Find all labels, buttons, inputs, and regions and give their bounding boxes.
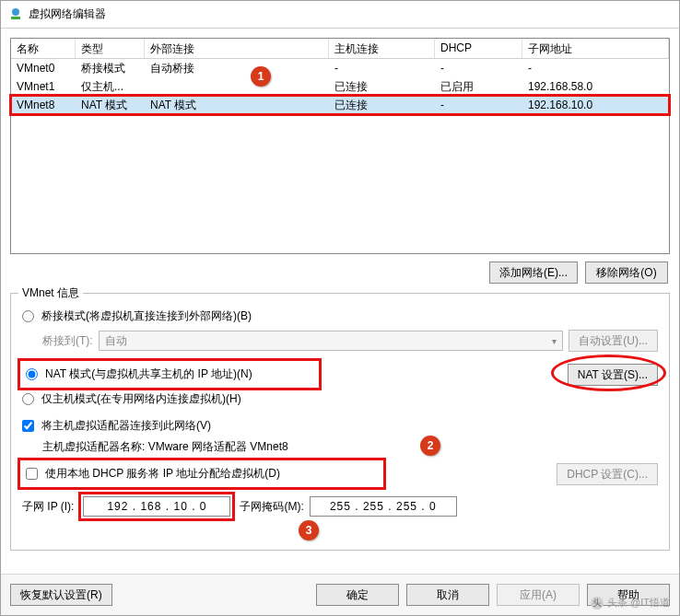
window-title: 虚拟网络编辑器 bbox=[29, 6, 106, 22]
cell-host: - bbox=[329, 61, 435, 76]
col-dhcp[interactable]: DHCP bbox=[435, 39, 522, 58]
hostonly-mode-radio[interactable]: 仅主机模式(在专用网络内连接虚拟机)(H) bbox=[22, 391, 241, 407]
dhcp-checkbox[interactable]: 使用本地 DHCP 服务将 IP 地址分配给虚拟机(D) bbox=[22, 462, 381, 485]
bridge-to-label: 桥接到(T): bbox=[42, 333, 93, 349]
network-button-row: 添加网络(E)... 移除网络(O) bbox=[10, 254, 670, 291]
app-icon bbox=[8, 7, 23, 22]
cell-ext: 自动桥接 bbox=[145, 60, 329, 77]
hostonly-mode-radio-input[interactable] bbox=[22, 393, 34, 405]
apply-button: 应用(A) bbox=[497, 584, 580, 606]
chevron-down-icon: ▾ bbox=[552, 336, 557, 346]
col-type[interactable]: 类型 bbox=[76, 39, 145, 58]
annotation-badge-2: 2 bbox=[420, 436, 440, 456]
dhcp-checkbox-input[interactable] bbox=[26, 468, 38, 480]
nat-mode-radio-input[interactable] bbox=[26, 368, 38, 380]
connect-adapter-label: 将主机虚拟适配器连接到此网络(V) bbox=[41, 418, 211, 434]
subnet-ip-label: 子网 IP (I): bbox=[22, 499, 74, 515]
cell-name: VMnet0 bbox=[11, 61, 76, 76]
add-network-button[interactable]: 添加网络(E)... bbox=[489, 262, 578, 284]
subnet-mask-input[interactable] bbox=[310, 496, 457, 517]
cell-dhcp: 已启用 bbox=[435, 78, 522, 96]
cell-type: 桥接模式 bbox=[76, 60, 145, 77]
table-header: 名称 类型 外部连接 主机连接 DHCP 子网地址 bbox=[11, 39, 669, 59]
cell-dhcp: - bbox=[435, 61, 522, 76]
annotation-badge-1: 1 bbox=[251, 66, 271, 87]
cell-dhcp: - bbox=[435, 98, 522, 112]
subnet-mask-label: 子网掩码(M): bbox=[240, 499, 303, 515]
table-row-selected[interactable]: VMnet8 NAT 模式 NAT 模式 已连接 - 192.168.10.0 bbox=[11, 96, 669, 114]
svg-rect-1 bbox=[11, 17, 20, 19]
connect-adapter-checkbox[interactable]: 将主机虚拟适配器连接到此网络(V) bbox=[22, 418, 211, 434]
cell-host: 已连接 bbox=[329, 97, 435, 114]
col-host[interactable]: 主机连接 bbox=[329, 39, 435, 58]
table-row[interactable]: VMnet1 仅主机... 已连接 已启用 192.168.58.0 1 bbox=[11, 77, 669, 96]
network-table[interactable]: 名称 类型 外部连接 主机连接 DHCP 子网地址 VMnet0 桥接模式 自动… bbox=[10, 38, 670, 254]
svg-point-0 bbox=[12, 8, 19, 16]
bridge-mode-radio-input[interactable] bbox=[22, 310, 34, 322]
subnet-ip-input[interactable] bbox=[83, 496, 230, 517]
dhcp-settings-button: DHCP 设置(C)... bbox=[557, 463, 658, 485]
footer: 恢复默认设置(R) 确定 取消 应用(A) 帮助 头 头条 @IT悟道 bbox=[1, 574, 679, 615]
cell-type: NAT 模式 bbox=[76, 97, 145, 114]
titlebar: 虚拟网络编辑器 bbox=[1, 1, 679, 29]
cell-ext bbox=[145, 86, 329, 87]
watermark: 头 头条 @IT悟道 bbox=[591, 596, 670, 610]
cell-name: VMnet1 bbox=[11, 79, 76, 94]
dhcp-check-label: 使用本地 DHCP 服务将 IP 地址分配给虚拟机(D) bbox=[45, 466, 280, 482]
cell-subnet: 192.168.10.0 bbox=[522, 98, 669, 112]
table-row[interactable]: VMnet0 桥接模式 自动桥接 - - - bbox=[11, 59, 669, 77]
cell-ext: NAT 模式 bbox=[145, 97, 329, 114]
auto-settings-button: 自动设置(U)... bbox=[569, 330, 658, 352]
nat-mode-radio[interactable]: NAT 模式(与虚拟机共享主机的 IP 地址)(N) bbox=[22, 363, 317, 386]
remove-network-button[interactable]: 移除网络(O) bbox=[585, 262, 668, 284]
cell-host: 已连接 bbox=[329, 78, 435, 96]
bridge-mode-label: 桥接模式(将虚拟机直接连接到外部网络)(B) bbox=[41, 308, 252, 324]
col-ext[interactable]: 外部连接 bbox=[145, 39, 329, 58]
col-name[interactable]: 名称 bbox=[11, 39, 76, 58]
bridge-to-value: 自动 bbox=[105, 333, 127, 349]
col-subnet[interactable]: 子网地址 bbox=[522, 39, 669, 58]
annotation-badge-3: 3 bbox=[299, 520, 319, 540]
group-title: VMnet 信息 bbox=[18, 285, 83, 301]
vmnet-info-group: VMnet 信息 桥接模式(将虚拟机直接连接到外部网络)(B) 桥接到(T): … bbox=[10, 293, 670, 551]
cancel-button[interactable]: 取消 bbox=[406, 584, 489, 606]
adapter-name-label: 主机虚拟适配器名称: VMware 网络适配器 VMnet8 bbox=[42, 439, 288, 455]
window: 虚拟网络编辑器 名称 类型 外部连接 主机连接 DHCP 子网地址 VMnet0… bbox=[0, 0, 680, 616]
connect-adapter-checkbox-input[interactable] bbox=[22, 420, 34, 432]
watermark-text: 头条 @IT悟道 bbox=[607, 596, 670, 610]
hostonly-mode-label: 仅主机模式(在专用网络内连接虚拟机)(H) bbox=[41, 391, 241, 407]
ok-button[interactable]: 确定 bbox=[316, 584, 399, 606]
cell-type: 仅主机... bbox=[76, 78, 145, 96]
cell-subnet: - bbox=[522, 61, 669, 76]
bridge-to-select: 自动 ▾ bbox=[99, 331, 564, 351]
nat-settings-button[interactable]: NAT 设置(S)... bbox=[568, 364, 658, 386]
restore-defaults-button[interactable]: 恢复默认设置(R) bbox=[10, 584, 112, 606]
watermark-icon: 头 bbox=[591, 597, 604, 610]
nat-mode-label: NAT 模式(与虚拟机共享主机的 IP 地址)(N) bbox=[45, 366, 252, 382]
cell-name: VMnet8 bbox=[11, 98, 76, 112]
cell-subnet: 192.168.58.0 bbox=[522, 79, 669, 94]
bridge-mode-radio[interactable]: 桥接模式(将虚拟机直接连接到外部网络)(B) bbox=[22, 308, 252, 324]
content-area: 名称 类型 外部连接 主机连接 DHCP 子网地址 VMnet0 桥接模式 自动… bbox=[1, 29, 679, 574]
